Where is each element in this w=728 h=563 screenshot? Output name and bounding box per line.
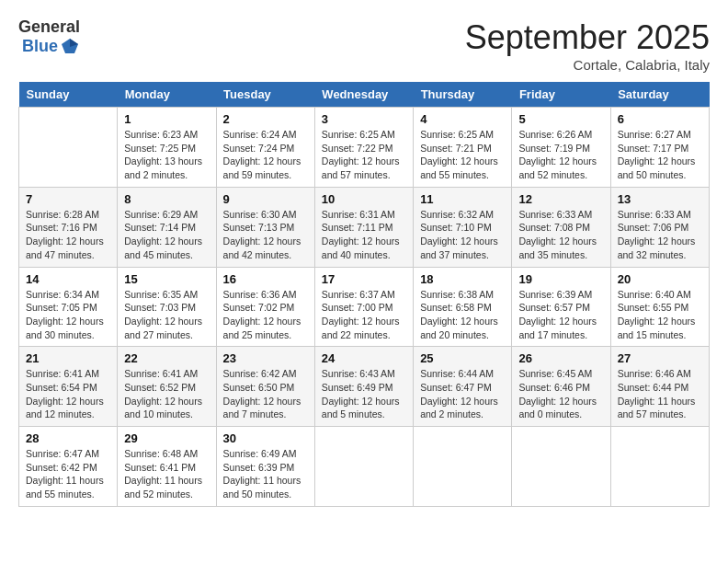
day-info: Sunrise: 6:33 AMSunset: 7:06 PMDaylight:… <box>618 208 702 262</box>
day-cell: 29Sunrise: 6:48 AMSunset: 6:41 PMDayligh… <box>118 427 216 507</box>
day-info: Sunrise: 6:38 AMSunset: 6:58 PMDaylight:… <box>420 288 505 342</box>
day-info: Sunrise: 6:31 AMSunset: 7:11 PMDaylight:… <box>322 208 406 262</box>
day-info: Sunrise: 6:25 AMSunset: 7:21 PMDaylight:… <box>420 128 505 182</box>
day-cell: 16Sunrise: 6:36 AMSunset: 7:02 PMDayligh… <box>216 267 314 347</box>
day-number: 6 <box>618 112 702 126</box>
day-cell <box>610 427 709 507</box>
location-title: Cortale, Calabria, Italy <box>465 57 710 73</box>
day-cell: 20Sunrise: 6:40 AMSunset: 6:55 PMDayligh… <box>610 267 709 347</box>
day-info: Sunrise: 6:48 AMSunset: 6:41 PMDaylight:… <box>124 447 209 501</box>
logo-flag-icon <box>60 37 80 57</box>
day-cell: 5Sunrise: 6:26 AMSunset: 7:19 PMDaylight… <box>512 108 610 188</box>
day-number: 20 <box>618 272 702 286</box>
day-cell: 2Sunrise: 6:24 AMSunset: 7:24 PMDaylight… <box>216 108 314 188</box>
day-info: Sunrise: 6:43 AMSunset: 6:49 PMDaylight:… <box>322 367 406 421</box>
header-monday: Monday <box>118 82 216 108</box>
day-cell: 26Sunrise: 6:45 AMSunset: 6:46 PMDayligh… <box>512 347 610 427</box>
day-info: Sunrise: 6:28 AMSunset: 7:16 PMDaylight:… <box>26 208 110 262</box>
day-info: Sunrise: 6:40 AMSunset: 6:55 PMDaylight:… <box>618 288 702 342</box>
month-title: September 2025 <box>465 18 710 57</box>
day-number: 16 <box>223 272 308 286</box>
day-number: 7 <box>26 192 110 206</box>
day-cell: 1Sunrise: 6:23 AMSunset: 7:25 PMDaylight… <box>118 108 216 188</box>
day-info: Sunrise: 6:41 AMSunset: 6:54 PMDaylight:… <box>26 367 110 421</box>
day-cell <box>19 108 118 188</box>
day-info: Sunrise: 6:35 AMSunset: 7:03 PMDaylight:… <box>124 288 209 342</box>
day-cell: 8Sunrise: 6:29 AMSunset: 7:14 PMDaylight… <box>118 187 216 267</box>
day-number: 23 <box>223 351 308 365</box>
header-wednesday: Wednesday <box>314 82 413 108</box>
day-number: 14 <box>26 272 110 286</box>
day-cell: 22Sunrise: 6:41 AMSunset: 6:52 PMDayligh… <box>118 347 216 427</box>
day-cell <box>314 427 413 507</box>
day-info: Sunrise: 6:23 AMSunset: 7:25 PMDaylight:… <box>124 128 209 182</box>
day-info: Sunrise: 6:36 AMSunset: 7:02 PMDaylight:… <box>223 288 308 342</box>
day-info: Sunrise: 6:47 AMSunset: 6:42 PMDaylight:… <box>26 447 110 501</box>
day-cell: 10Sunrise: 6:31 AMSunset: 7:11 PMDayligh… <box>314 187 413 267</box>
day-number: 5 <box>518 112 603 126</box>
calendar-header-row: SundayMondayTuesdayWednesdayThursdayFrid… <box>19 82 710 108</box>
day-number: 27 <box>618 351 702 365</box>
day-info: Sunrise: 6:30 AMSunset: 7:13 PMDaylight:… <box>223 208 308 262</box>
day-info: Sunrise: 6:45 AMSunset: 6:46 PMDaylight:… <box>518 367 603 421</box>
day-info: Sunrise: 6:29 AMSunset: 7:14 PMDaylight:… <box>124 208 209 262</box>
day-number: 17 <box>322 272 406 286</box>
title-section: September 2025 Cortale, Calabria, Italy <box>465 18 710 73</box>
day-cell: 12Sunrise: 6:33 AMSunset: 7:08 PMDayligh… <box>512 187 610 267</box>
day-cell: 11Sunrise: 6:32 AMSunset: 7:10 PMDayligh… <box>414 187 512 267</box>
header-thursday: Thursday <box>414 82 512 108</box>
day-number: 24 <box>322 351 406 365</box>
day-cell <box>512 427 610 507</box>
day-cell: 18Sunrise: 6:38 AMSunset: 6:58 PMDayligh… <box>414 267 512 347</box>
day-cell: 27Sunrise: 6:46 AMSunset: 6:44 PMDayligh… <box>610 347 709 427</box>
day-cell: 21Sunrise: 6:41 AMSunset: 6:54 PMDayligh… <box>19 347 118 427</box>
day-info: Sunrise: 6:32 AMSunset: 7:10 PMDaylight:… <box>420 208 505 262</box>
header-tuesday: Tuesday <box>216 82 314 108</box>
header-sunday: Sunday <box>19 82 118 108</box>
week-row-4: 21Sunrise: 6:41 AMSunset: 6:54 PMDayligh… <box>19 347 710 427</box>
day-number: 22 <box>124 351 209 365</box>
day-number: 8 <box>124 192 209 206</box>
day-info: Sunrise: 6:37 AMSunset: 7:00 PMDaylight:… <box>322 288 406 342</box>
day-number: 12 <box>518 192 603 206</box>
day-info: Sunrise: 6:41 AMSunset: 6:52 PMDaylight:… <box>124 367 209 421</box>
day-number: 18 <box>420 272 505 286</box>
week-row-1: 1Sunrise: 6:23 AMSunset: 7:25 PMDaylight… <box>19 108 710 188</box>
day-number: 21 <box>26 351 110 365</box>
day-info: Sunrise: 6:25 AMSunset: 7:22 PMDaylight:… <box>322 128 406 182</box>
day-info: Sunrise: 6:42 AMSunset: 6:50 PMDaylight:… <box>223 367 308 421</box>
logo: General Blue <box>18 18 80 57</box>
week-row-2: 7Sunrise: 6:28 AMSunset: 7:16 PMDaylight… <box>19 187 710 267</box>
day-number: 25 <box>420 351 505 365</box>
day-cell: 4Sunrise: 6:25 AMSunset: 7:21 PMDaylight… <box>414 108 512 188</box>
day-cell: 13Sunrise: 6:33 AMSunset: 7:06 PMDayligh… <box>610 187 709 267</box>
day-number: 28 <box>26 431 110 445</box>
day-number: 15 <box>124 272 209 286</box>
day-number: 11 <box>420 192 505 206</box>
day-number: 1 <box>124 112 209 126</box>
day-info: Sunrise: 6:44 AMSunset: 6:47 PMDaylight:… <box>420 367 505 421</box>
day-number: 26 <box>518 351 603 365</box>
day-cell: 30Sunrise: 6:49 AMSunset: 6:39 PMDayligh… <box>216 427 314 507</box>
day-cell: 6Sunrise: 6:27 AMSunset: 7:17 PMDaylight… <box>610 108 709 188</box>
day-cell: 15Sunrise: 6:35 AMSunset: 7:03 PMDayligh… <box>118 267 216 347</box>
day-cell: 17Sunrise: 6:37 AMSunset: 7:00 PMDayligh… <box>314 267 413 347</box>
day-number: 10 <box>322 192 406 206</box>
page-header: General Blue September 2025 Cortale, Cal… <box>18 18 710 73</box>
day-number: 19 <box>518 272 603 286</box>
day-cell: 3Sunrise: 6:25 AMSunset: 7:22 PMDaylight… <box>314 108 413 188</box>
day-cell: 28Sunrise: 6:47 AMSunset: 6:42 PMDayligh… <box>19 427 118 507</box>
logo-blue: Blue <box>22 38 58 56</box>
day-cell: 7Sunrise: 6:28 AMSunset: 7:16 PMDaylight… <box>19 187 118 267</box>
day-cell: 9Sunrise: 6:30 AMSunset: 7:13 PMDaylight… <box>216 187 314 267</box>
day-cell <box>414 427 512 507</box>
day-number: 30 <box>223 431 308 445</box>
week-row-5: 28Sunrise: 6:47 AMSunset: 6:42 PMDayligh… <box>19 427 710 507</box>
day-cell: 23Sunrise: 6:42 AMSunset: 6:50 PMDayligh… <box>216 347 314 427</box>
calendar-table: SundayMondayTuesdayWednesdayThursdayFrid… <box>18 82 710 507</box>
logo-general: General <box>18 18 80 37</box>
day-info: Sunrise: 6:39 AMSunset: 6:57 PMDaylight:… <box>518 288 603 342</box>
day-number: 2 <box>223 112 308 126</box>
header-saturday: Saturday <box>610 82 709 108</box>
day-cell: 19Sunrise: 6:39 AMSunset: 6:57 PMDayligh… <box>512 267 610 347</box>
